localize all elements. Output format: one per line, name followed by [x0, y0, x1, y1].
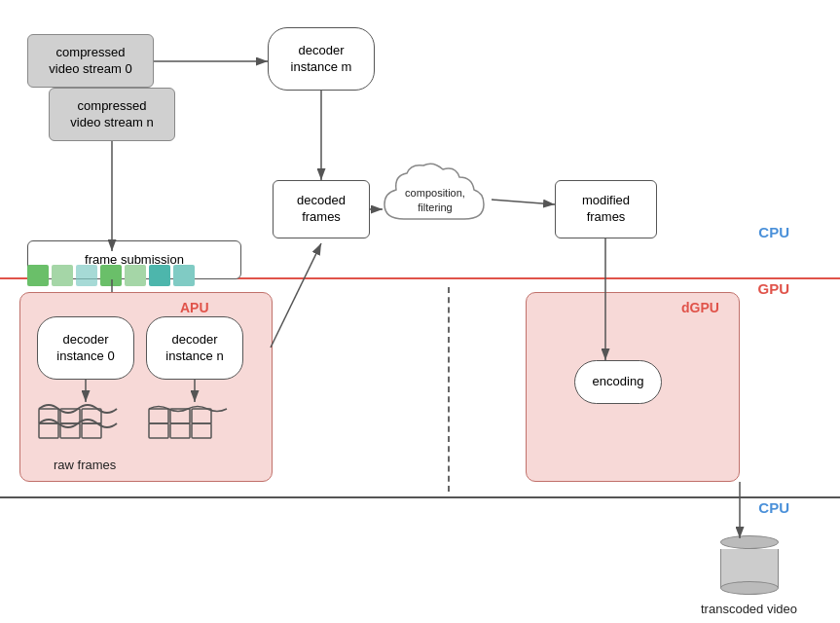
frame-block-6 — [149, 265, 170, 286]
svg-text:filtering: filtering — [418, 202, 452, 213]
frame-block-7 — [173, 265, 195, 286]
cpu-bottom-label: CPU — [758, 499, 789, 516]
encoding-box: encoding — [574, 360, 662, 404]
composition-cloud: composition, filtering — [380, 156, 492, 229]
frame-block-3 — [76, 265, 97, 286]
cpu-top-label: CPU — [758, 224, 789, 240]
film-strip-0 — [34, 399, 122, 453]
decoder-m-box: decoder instance m — [268, 27, 375, 91]
transcoded-video-label: transcoded video — [701, 602, 797, 616]
frame-blocks — [27, 265, 195, 286]
transcoded-video-cylinder — [720, 535, 779, 595]
svg-rect-7 — [82, 423, 101, 438]
svg-text:composition,: composition, — [405, 187, 465, 199]
svg-line-20 — [492, 200, 555, 204]
apu-label: APU — [180, 300, 209, 315]
diagram: CPU GPU CPU compressed video stream 0 co… — [0, 0, 840, 623]
gpu-label: GPU — [757, 280, 789, 297]
film-strip-n — [144, 399, 232, 453]
stream-0-box: compressed video stream 0 — [27, 34, 154, 88]
stream-n-box: compressed video stream n — [49, 88, 175, 141]
frame-block-5 — [125, 265, 146, 286]
svg-rect-12 — [170, 423, 190, 438]
frame-block-2 — [52, 265, 73, 286]
svg-line-23 — [271, 243, 321, 348]
decoder-n-box: decoder instance n — [146, 316, 243, 380]
cylinder-bottom — [720, 581, 779, 595]
dgpu-label: dGPU — [681, 300, 719, 315]
decoder-0-box: decoder instance 0 — [37, 316, 134, 380]
svg-rect-4 — [82, 409, 101, 423]
svg-rect-10 — [192, 409, 211, 423]
cpu-bottom-divider-line — [0, 496, 840, 498]
svg-rect-13 — [192, 423, 211, 438]
svg-rect-8 — [149, 409, 168, 423]
modified-frames-box: modified frames — [555, 180, 657, 238]
raw-frames-label: raw frames — [54, 458, 116, 472]
svg-rect-11 — [149, 423, 168, 438]
frame-block-4 — [100, 265, 122, 286]
cylinder-top — [720, 535, 779, 549]
frame-block-1 — [27, 265, 49, 286]
dashed-divider — [448, 287, 450, 492]
svg-rect-5 — [39, 423, 58, 438]
decoded-frames-box: decoded frames — [273, 180, 370, 238]
